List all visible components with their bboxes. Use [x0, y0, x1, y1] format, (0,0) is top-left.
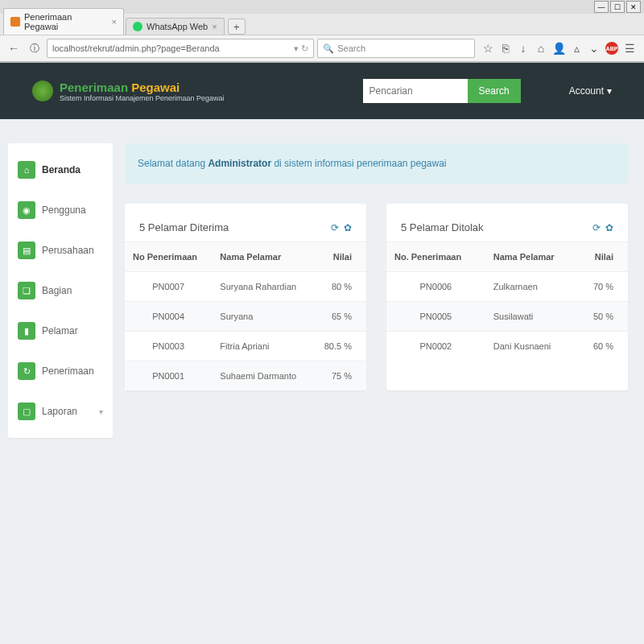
tab-bar: Penerimaan Pegawai × WhatsApp Web × + [0, 14, 644, 35]
sidebar-item-label: Perusahaan [42, 245, 94, 256]
col-nama: Nama Pelamar [212, 242, 312, 272]
table-row: PN0007Suryana Rahardian80 % [125, 272, 366, 302]
sidebar-item-label: Bagian [42, 285, 72, 296]
card-ditolak: 5 Pelamar Ditolak ⟳ ✿ No. Penerimaan Nam… [386, 204, 628, 390]
gear-icon[interactable]: ✿ [344, 222, 352, 233]
col-nama: Nama Pelamar [485, 242, 577, 272]
card-diterima: 5 Pelamar Diterima ⟳ ✿ No Penerimaan Nam… [125, 204, 366, 390]
home-icon[interactable]: ⌂ [535, 42, 547, 55]
refresh-icon: ↻ [18, 362, 35, 380]
abp-icon[interactable]: ABP [605, 42, 618, 55]
col-nilai: Nilai [312, 242, 366, 272]
app-searchbox: Search [363, 79, 521, 103]
card-title: 5 Pelamar Ditolak [401, 221, 484, 233]
account-menu[interactable]: Account ▾ [569, 85, 612, 97]
refresh-icon[interactable]: ⟳ [592, 222, 601, 233]
sidebar-item-label: Beranda [42, 164, 80, 175]
table-row: PN0003Fitria Apriani80.5 % [125, 332, 366, 361]
main-content: Selamat datang Administrator di sistem i… [125, 143, 628, 438]
col-no: No. Penerimaan [386, 242, 485, 272]
cards-row: 5 Pelamar Diterima ⟳ ✿ No Penerimaan Nam… [125, 204, 628, 390]
gear-icon[interactable]: ✿ [605, 222, 613, 233]
url-text: localhost/rekrut/admin.php?page=Beranda [52, 43, 220, 53]
sidebar-item-label: Pelamar [42, 325, 78, 336]
search-placeholder: Search [337, 43, 365, 53]
star-icon[interactable]: ☆ [481, 42, 494, 55]
menu-icon[interactable]: ☰ [623, 42, 636, 55]
favicon-icon [10, 17, 20, 27]
download-icon[interactable]: ↓ [517, 42, 530, 55]
sidebar-item-perusahaan[interactable]: ▤ Perusahaan [8, 230, 113, 270]
close-tab-icon[interactable]: × [112, 17, 117, 27]
sidebar-item-pengguna[interactable]: ◉ Pengguna [8, 190, 113, 230]
table-row: PN0002Dani Kusnaeni60 % [386, 332, 628, 361]
welcome-alert: Selamat datang Administrator di sistem i… [125, 143, 628, 184]
table-row: PN0006Zulkarnaen70 % [386, 272, 628, 302]
table-row: PN0005Susilawati50 % [386, 302, 628, 332]
table-row: PN0004Suryana65 % [125, 302, 366, 332]
tab-penerimaan[interactable]: Penerimaan Pegawai × [3, 8, 124, 35]
home-icon: ⌂ [18, 161, 35, 179]
new-tab-button[interactable]: + [228, 19, 246, 35]
brand-text: Penerimaan Pegawai Sistem Informasi Mana… [60, 80, 225, 102]
building-icon: ▤ [18, 242, 35, 259]
minimize-button[interactable]: — [594, 1, 609, 13]
sidebar-item-penerimaan[interactable]: ↻ Penerimaan [8, 351, 113, 391]
clipboard-icon[interactable]: ⎘ [499, 42, 512, 55]
user-icon: ◉ [18, 201, 35, 219]
chevron-down-icon: ▾ [99, 407, 103, 416]
tab-label: WhatsApp Web [147, 22, 208, 31]
browser-search-input[interactable]: 🔍 Search [317, 39, 475, 58]
info-icon[interactable]: ⓘ [26, 39, 43, 57]
tag-icon: ❏ [18, 282, 35, 299]
main-layout: ⌂ Beranda ◉ Pengguna ▤ Perusahaan ❏ Bagi… [0, 119, 644, 446]
tab-whatsapp[interactable]: WhatsApp Web × [126, 18, 225, 35]
back-button[interactable]: ← [5, 39, 23, 57]
refresh-icon[interactable]: ⟳ [331, 222, 339, 233]
table-diterima: No Penerimaan Nama Pelamar Nilai PN0007S… [125, 242, 366, 390]
table-row: PN0001Suhaemi Darmanto75 % [125, 361, 366, 391]
app-search-button[interactable]: Search [468, 79, 521, 103]
card-title: 5 Pelamar Diterima [139, 221, 229, 233]
sidebar-item-pelamar[interactable]: ▮ Pelamar [8, 311, 113, 351]
sidebar-item-beranda[interactable]: ⌂ Beranda [8, 150, 113, 190]
favicon-icon [133, 22, 142, 31]
share-icon[interactable]: ▵ [570, 42, 583, 55]
tab-label: Penerimaan Pegawai [24, 12, 108, 31]
user-icon[interactable]: 👤 [552, 42, 565, 55]
sidebar-item-label: Pengguna [42, 204, 86, 216]
col-no: No Penerimaan [125, 242, 212, 272]
brand[interactable]: Penerimaan Pegawai Sistem Informasi Mana… [32, 80, 225, 102]
maximize-button[interactable]: ☐ [610, 1, 625, 13]
search-icon: 🔍 [323, 43, 334, 54]
close-tab-icon[interactable]: × [212, 22, 217, 31]
dropdown-icon[interactable]: ▾ ↻ [294, 43, 308, 54]
sidebar: ⌂ Beranda ◉ Pengguna ▤ Perusahaan ❏ Bagi… [8, 143, 113, 438]
app-navbar: Penerimaan Pegawai Sistem Informasi Mana… [0, 63, 644, 119]
chart-icon: ▮ [18, 322, 35, 340]
address-bar-row: ← ⓘ localhost/rekrut/admin.php?page=Bera… [0, 35, 644, 62]
browser-chrome: — ☐ ✕ Penerimaan Pegawai × WhatsApp Web … [0, 0, 644, 63]
close-window-button[interactable]: ✕ [626, 1, 641, 13]
app-search-input[interactable] [363, 79, 468, 103]
pocket-icon[interactable]: ⌄ [588, 42, 601, 55]
sidebar-item-label: Laporan [42, 406, 77, 417]
address-input[interactable]: localhost/rekrut/admin.php?page=Beranda … [47, 39, 314, 58]
report-icon: ▢ [18, 402, 35, 420]
sidebar-item-laporan[interactable]: ▢ Laporan ▾ [8, 391, 113, 431]
sidebar-item-bagian[interactable]: ❏ Bagian [8, 270, 113, 311]
toolbar-icons: ☆ ⎘ ↓ ⌂ 👤 ▵ ⌄ ABP ☰ [478, 42, 639, 55]
table-ditolak: No. Penerimaan Nama Pelamar Nilai PN0006… [386, 242, 628, 361]
col-nilai: Nilai [577, 242, 628, 272]
sidebar-item-label: Penerimaan [42, 365, 94, 377]
brand-logo-icon [32, 80, 53, 101]
chevron-down-icon: ▾ [607, 85, 612, 97]
